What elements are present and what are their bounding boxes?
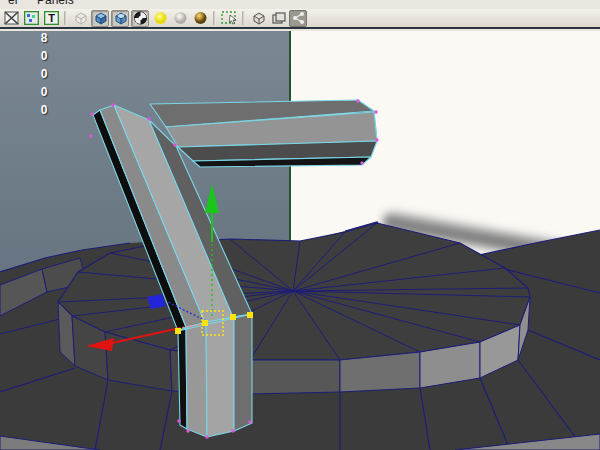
toolbar-separator <box>242 11 245 25</box>
toolbar-separator <box>213 11 216 25</box>
use-all-lights-icon[interactable] <box>151 10 169 27</box>
pedestal-disc[interactable] <box>58 223 530 394</box>
default-lighting-icon[interactable] <box>171 10 189 27</box>
material-sphere-icon[interactable] <box>191 10 209 27</box>
hud-digit: 0 <box>37 85 51 99</box>
single-pane-icon[interactable] <box>249 10 267 27</box>
scene-canvas <box>0 31 600 450</box>
perspective-viewport[interactable]: 8 0 0 0 0 <box>0 31 600 450</box>
panel-toolbar: T <box>0 9 600 29</box>
textured-sphere-icon[interactable] <box>131 10 149 27</box>
shaded-wireframe-cube-icon[interactable] <box>111 10 129 27</box>
isolate-select-icon[interactable] <box>220 10 238 27</box>
maya-panel-window: er Panels T <box>0 0 600 450</box>
panel-menu-bar: er Panels <box>0 0 600 9</box>
hud-digit: 0 <box>37 67 51 81</box>
ui-dots-icon[interactable] <box>22 10 40 27</box>
hud-digit: 0 <box>37 103 51 117</box>
menu-item-panels[interactable]: Panels <box>37 0 74 7</box>
svg-text:T: T <box>48 12 55 24</box>
toolbar-separator <box>64 11 67 25</box>
smooth-shade-cube-icon[interactable] <box>91 10 109 27</box>
crossed-box-icon[interactable] <box>2 10 20 27</box>
wireframe-cube-icon[interactable] <box>71 10 89 27</box>
hud-digit: 0 <box>37 49 51 63</box>
multi-pane-icon[interactable] <box>269 10 287 27</box>
hud-digit: 8 <box>37 31 51 45</box>
text-display-icon[interactable]: T <box>42 10 60 27</box>
share-view-icon[interactable] <box>289 10 307 27</box>
menu-item-renderer-cropped[interactable]: er <box>8 0 19 7</box>
